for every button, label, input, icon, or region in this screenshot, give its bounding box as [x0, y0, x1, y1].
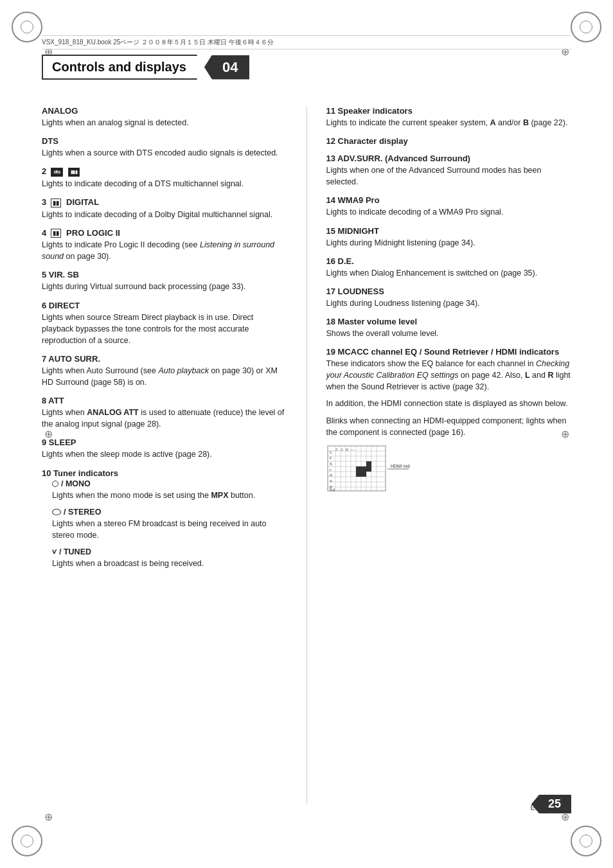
svg-text:S: S [330, 462, 332, 466]
entry-18: 18 Master volume level Shows the overall… [326, 317, 572, 339]
reg-mark-bl [42, 810, 55, 823]
entry-5: 5 VIR. SB Lights during Virtual surround… [42, 270, 287, 292]
entry-15-title: 15 MIDNIGHT [326, 226, 572, 236]
dts-icon-badge: dts [51, 168, 63, 177]
entry-3: 3 ▮▮ DIGITAL Lights to indicate decoding… [42, 197, 287, 220]
left-column: ANALOG Lights when an analog signal is d… [42, 93, 287, 804]
entry-8-title: 8 ATT [42, 396, 287, 405]
svg-rect-34 [366, 466, 371, 472]
entry-8-body: Lights when ANALOG ATT is used to attenu… [42, 407, 287, 430]
entry-18-title: 18 Master volume level [326, 317, 572, 326]
entry-12-title: 12 Character display [326, 136, 572, 146]
entry-4: 4 ▮▮ PRO LOGIC II Lights to indicate Pro… [42, 228, 287, 263]
entry-dts-title: DTS [42, 136, 287, 146]
main-content: ANALOG Lights when an analog signal is d… [42, 93, 571, 804]
entry-12: 12 Character display [326, 136, 572, 146]
entry-13: 13 ADV.SURR. (Advanced Surround) Lights … [326, 154, 572, 188]
entry-15: 15 MIDNIGHT Lights during Midnight liste… [326, 226, 572, 249]
entry-4-num: 4 [42, 228, 49, 238]
entry-2: 2 dts ▮▮▮ Lights to indicate decoding of… [42, 166, 287, 190]
sub-entry-stereo: / STEREO Lights when a stereo FM broadca… [52, 508, 287, 541]
entry-3-num: 3 [42, 197, 49, 207]
corner-decoration-tr [571, 12, 601, 42]
dolby-icon-badge-4: ▮▮ [51, 229, 61, 238]
entry-analog-body: Lights when an analog signal is detected… [42, 117, 287, 128]
sub-entry-mono: / MONO Lights when the mono mode is set … [52, 479, 287, 501]
entry-17-body: Lights during Loudness listening (page 3… [326, 297, 572, 309]
entry-3-title: 3 ▮▮ DIGITAL [42, 197, 287, 208]
sub-entry-tuned: ѵ / TUNED Lights when a broadcast is bei… [52, 547, 287, 569]
entry-14-body: Lights to indicate decoding of a WMA9 Pr… [326, 206, 572, 218]
entry-3-label: DIGITAL [66, 197, 99, 207]
entry-19-body1: These indicators show the EQ balance for… [326, 358, 572, 393]
entry-6-title: 6 DIRECT [42, 301, 287, 310]
corner-decoration-bl [12, 826, 42, 856]
entry-15-body: Lights during Midnight listening (page 3… [326, 237, 572, 249]
entry-17-title: 17 LOUDNESS [326, 287, 572, 296]
svg-rect-31 [356, 472, 361, 477]
entry-6-body: Lights when source Stream Direct playbac… [42, 312, 287, 346]
right-column: 11 Speaker indicators Lights to indicate… [326, 93, 572, 804]
svg-text:L: L [330, 468, 332, 472]
entry-6: 6 DIRECT Lights when source Stream Direc… [42, 301, 287, 346]
svg-rect-29 [356, 466, 361, 472]
entry-9: 9 SLEEP Lights when the sleep mode is ac… [42, 438, 287, 460]
entry-19: 19 MCACC channel EQ / Sound Retriever / … [326, 347, 572, 496]
mono-circle-icon [52, 481, 58, 487]
entry-17: 17 LOUDNESS Lights during Loudness liste… [326, 287, 572, 309]
column-divider [306, 106, 307, 804]
title-box: Controls and displays 04 [42, 55, 249, 80]
entry-10-title: 10 Tuner indicators [42, 468, 287, 478]
entry-16-body: Lights when Dialog Enhancement is switch… [326, 267, 572, 279]
entry-10: 10 Tuner indicators / MONO Lights when t… [42, 468, 287, 570]
svg-rect-32 [361, 472, 366, 477]
sub-entry-tuned-body: Lights when a broadcast is being receive… [52, 558, 287, 569]
entry-9-title: 9 SLEEP [42, 438, 287, 447]
dts-icon-badge2: ▮▮▮ [68, 168, 80, 177]
svg-rect-30 [361, 466, 366, 472]
stereo-label: / STEREO [64, 508, 101, 517]
entry-4-title: 4 ▮▮ PRO LOGIC II [42, 228, 287, 238]
entry-4-label: PRO LOGIC II [66, 228, 120, 238]
hdmi-diagram-svg: C F S L R S B H D M I [326, 445, 410, 496]
corner-decoration-br [571, 826, 601, 856]
entry-5-title: 5 VIR. SB [42, 270, 287, 279]
svg-text:S: S [330, 479, 332, 483]
tuned-wave-icon: ѵ [52, 547, 57, 556]
entry-11-title: 11 Speaker indicators [326, 106, 572, 116]
entry-4-body: Lights to indicate Pro Logic II decoding… [42, 239, 287, 262]
page-number-badge: 25 [531, 795, 571, 813]
svg-text:F: F [330, 456, 332, 460]
mono-label: / MONO [61, 479, 91, 488]
svg-rect-33 [366, 461, 371, 466]
hdmi-diagram-wrapper: C F S L R S B H D M I [326, 445, 572, 496]
entry-7-title: 7 AUTO SURR. [42, 354, 287, 364]
sub-entry-mono-title: / MONO [52, 479, 287, 488]
entry-5-body: Lights during Virtual surround back proc… [42, 281, 287, 292]
entry-2-num: 2 [42, 166, 49, 176]
entry-13-title: 13 ADV.SURR. (Advanced Surround) [326, 154, 572, 163]
entry-18-body: Shows the overall volume level. [326, 328, 572, 339]
entry-dts: DTS Lights when a source with DTS encode… [42, 136, 287, 159]
svg-text:HDMI indicator: HDMI indicator [391, 464, 410, 468]
entry-analog: ANALOG Lights when an analog signal is d… [42, 106, 287, 128]
sub-entry-mono-body: Lights when the mono mode is set using t… [52, 490, 287, 501]
entry-19-title: 19 MCACC channel EQ / Sound Retriever / … [326, 347, 572, 357]
entry-13-body: Lights when one of the Advanced Surround… [326, 164, 572, 188]
entry-analog-title: ANALOG [42, 106, 287, 116]
entry-2-body: Lights to indicate decoding of a DTS mul… [42, 178, 287, 190]
tuned-label: / TUNED [59, 547, 91, 556]
corner-decoration-tl [12, 12, 42, 42]
entry-14-title: 14 WMA9 Pro [326, 195, 572, 205]
sub-entry-tuned-title: ѵ / TUNED [52, 547, 287, 556]
page-header: Controls and displays 04 [42, 55, 571, 80]
print-info: VSX_918_818_KU.book 25ページ ２００８年５月１５日 木曜日… [42, 35, 571, 49]
entry-3-body: Lights to indicate decoding of a Dolby D… [42, 209, 287, 220]
entry-7: 7 AUTO SURR. Lights when Auto Surround (… [42, 354, 287, 388]
entry-7-body: Lights when Auto Surround (see Auto play… [42, 365, 287, 388]
sub-entry-stereo-body: Lights when a stereo FM broadcast is bei… [52, 518, 287, 541]
entry-2-title: 2 dts ▮▮▮ [42, 166, 287, 177]
entry-9-body: Lights when the sleep mode is active (pa… [42, 448, 287, 460]
sub-entry-stereo-title: / STEREO [52, 508, 287, 517]
chapter-badge: 04 [204, 55, 249, 80]
